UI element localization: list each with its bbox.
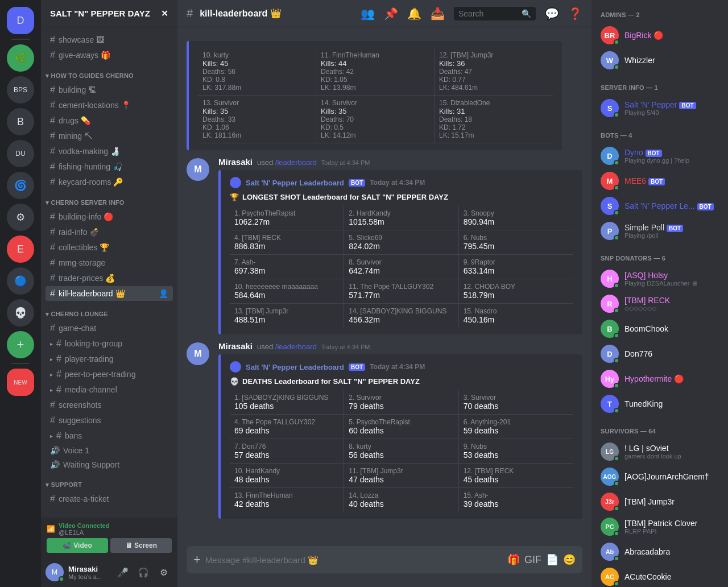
category-server-info[interactable]: ▾ CHERNO SERVER INFO [41, 190, 177, 209]
member-reck[interactable]: R [TBM] RECK ◇◇◇◇◇◇◇ [596, 291, 723, 316]
emoji-icon[interactable]: 😊 [563, 553, 576, 566]
channel-keycard[interactable]: # keycard-rooms 🔑 [46, 175, 173, 189]
member-acutecookie[interactable]: AC ACuteCookie [596, 564, 723, 587]
lb-kills: Kills: 31 [439, 107, 548, 115]
server-icon-6[interactable]: ⚙ [7, 204, 34, 231]
sticker-icon[interactable]: 📄 [546, 553, 559, 566]
server-icon-4[interactable]: DU [7, 140, 34, 167]
gif-icon[interactable]: GIF [524, 554, 541, 566]
channel-raid-info[interactable]: # raid-info 💣 [46, 225, 173, 239]
channel-looking-to-group[interactable]: ▸ # looking-to-group [46, 336, 173, 351]
server-icon-9[interactable]: 💀 [7, 299, 34, 326]
category-how-to[interactable]: ▾ HOW TO GUIDES CHERNO [41, 63, 177, 82]
server-icon-add[interactable]: + [7, 331, 34, 358]
member-boomchook[interactable]: B BoomChook [596, 316, 723, 341]
screen-button[interactable]: 🖥 Screen [110, 538, 172, 553]
member-info: Whizzler [624, 56, 655, 65]
member-snp[interactable]: S Salt 'N' Pepper BOT Playing 5/40 [596, 96, 723, 121]
member-tunedking[interactable]: T TunedKing [596, 391, 723, 416]
channel-name: mining ⛏ [59, 131, 168, 140]
ch: # [50, 258, 55, 268]
add-attachment-icon[interactable]: + [193, 546, 201, 573]
channel-bans[interactable]: ▸ # bans [46, 428, 173, 443]
lb-value: 1015.58m [349, 217, 453, 226]
channel-suggestions[interactable]: # suggestions [46, 413, 173, 428]
channel-media[interactable]: ▸ # media-channel [46, 382, 173, 397]
channel-cement[interactable]: # cement-locations 📍 [46, 98, 173, 113]
channel-item-showcase[interactable]: # showcase 🖼 [46, 32, 173, 47]
server-icon-7[interactable]: E [7, 235, 34, 263]
member-bigrick[interactable]: BR BigRick 🔴 [596, 23, 723, 48]
deafen-button[interactable]: 🎧 [134, 563, 152, 581]
server-icon-3[interactable]: B [7, 108, 34, 135]
lb-value: 59 deaths [464, 426, 569, 435]
help-icon[interactable]: ❓ [568, 7, 582, 20]
search-bar[interactable]: 🔍 [454, 7, 536, 20]
server-icon-8[interactable]: 🔵 [7, 267, 34, 295]
member-don776[interactable]: D Don776 [596, 341, 723, 366]
gift-icon[interactable]: 🎁 [507, 553, 520, 566]
channel-screenshots[interactable]: # screenshots [46, 398, 173, 412]
member-mee6[interactable]: M MEE6 BOT [596, 168, 723, 193]
server-icon-5[interactable]: 🌀 [7, 172, 34, 199]
ch: # [50, 288, 55, 299]
member-avatar: M [601, 172, 619, 190]
channel-name: fishing-hunting 🎣 [59, 162, 168, 171]
member-aog[interactable]: AOG [AOG]JournArchGnem† [596, 464, 723, 489]
channel-mmg[interactable]: # mmg-storage [46, 255, 173, 270]
member-whizzler[interactable]: W Whizzler [596, 48, 723, 73]
add-member-icon[interactable]: 👤 [159, 289, 168, 298]
member-patrick[interactable]: PC [TBM] Patrick Clover RLRP PAPI [596, 514, 723, 539]
lb-rank: 6. Nubs [464, 234, 569, 242]
messages-area: 10. kurty Kills: 45 Deaths: 56 KD: 0.8 L… [177, 27, 592, 546]
search-input[interactable] [458, 9, 517, 18]
settings-button[interactable]: ⚙ [155, 563, 173, 581]
channel-peer-trading[interactable]: ▸ # peer-to-peer-trading [46, 367, 173, 382]
channel-trader[interactable]: # trader-prices 💰 [46, 271, 173, 286]
voice-channel-waiting[interactable]: 🔊 Waiting Support [46, 458, 173, 472]
channel-fishing[interactable]: # fishing-hunting 🎣 [46, 159, 173, 174]
mention-icon[interactable]: 🔔 [407, 7, 421, 20]
member-holsy[interactable]: H [ASQ] Holsy Playing DZSALauncher 🖥 [596, 266, 723, 291]
voice-channel-1[interactable]: 🔊 Voice 1 [46, 444, 173, 457]
channel-player-trading[interactable]: ▸ # player-trading [46, 352, 173, 366]
status-dot [614, 481, 619, 486]
server-icon-discord[interactable]: D [7, 7, 34, 34]
server-icon-2[interactable]: BPS [7, 76, 34, 104]
category-support[interactable]: ▾ SUPPORT [41, 472, 177, 491]
video-button[interactable]: 📹 Video [47, 538, 108, 553]
pin-icon[interactable]: 📌 [384, 7, 398, 20]
channel-vodka[interactable]: # vodka-making 🍶 [46, 144, 173, 159]
channel-kill-leaderboard[interactable]: # kill-leaderboard 👑 👤 [46, 286, 173, 301]
member-soviet[interactable]: LG ! LG | sOviet gamers dont look up [596, 439, 723, 464]
member-snp-lb[interactable]: S Salt 'N' Pepper Le... BOT [596, 193, 723, 218]
server-icon-new[interactable]: NEW [7, 369, 34, 396]
message-input[interactable] [205, 549, 503, 571]
dm-icon[interactable]: 💬 [545, 7, 559, 20]
channel-mining[interactable]: # mining ⛏ [46, 129, 173, 143]
member-dyno[interactable]: D Dyno BOT Playing dyno.gg | ?help [596, 143, 723, 168]
member-jump3r[interactable]: J3r [TBM] Jump3r [596, 489, 723, 514]
member-hypothermite[interactable]: Hy Hypothermite 🔴 [596, 366, 723, 391]
lb-rank: 10. heeeeeeee maaaaaaaa [234, 283, 339, 291]
mute-button[interactable]: 🎤 [114, 563, 132, 581]
member-sub: Playing 5/40 [624, 109, 696, 116]
command-text: used /leaderboard [257, 158, 317, 168]
member-simplepoll[interactable]: P Simple Poll BOT Playing /poll [596, 218, 723, 243]
ch: # [50, 131, 55, 141]
channel-building-info[interactable]: # building-info 🔴 [46, 209, 173, 224]
category-lounge[interactable]: ▾ CHERNO LOUNGE [41, 301, 177, 320]
member-avatar: Hy [601, 370, 619, 388]
channel-game-chat[interactable]: # game-chat [46, 321, 173, 336]
server-icon-1[interactable]: 🌿 [7, 44, 34, 72]
lb-sub: 14. Survivor [321, 99, 429, 107]
channel-building[interactable]: # building 🏗 [46, 82, 173, 97]
channel-ticket[interactable]: # create-a-ticket [46, 491, 173, 506]
channel-drugs[interactable]: # drugs 💊 [46, 113, 173, 128]
channel-item-giveaways[interactable]: # give-aways 🎁 [46, 48, 173, 63]
members-icon[interactable]: 👥 [361, 7, 375, 20]
server-name-bar[interactable]: SALT "N" PEPPER DAYZ ✕ [41, 0, 177, 27]
member-abracadabra[interactable]: Ab Abracadabra [596, 539, 723, 564]
inbox-icon[interactable]: 📥 [431, 7, 445, 20]
channel-collectibles[interactable]: # collectibles 🏆 [46, 240, 173, 255]
